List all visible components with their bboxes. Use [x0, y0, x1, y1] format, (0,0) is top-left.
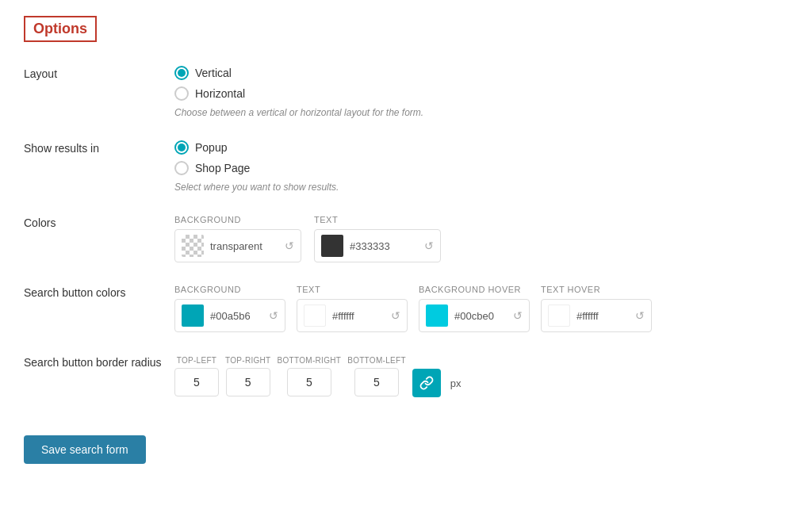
search-btn-colors-content: BACKGROUND #00a5b6 ↺ TEXT #ffffff ↺	[174, 285, 788, 332]
layout-section: Layout Vertical Horizontal Choose betwee…	[24, 66, 788, 118]
btn-bg-input[interactable]: #00a5b6 ↺	[174, 299, 285, 332]
radius-top-left-label: TOP-LEFT	[177, 356, 217, 365]
search-btn-colors-row: BACKGROUND #00a5b6 ↺ TEXT #ffffff ↺	[174, 285, 788, 332]
show-results-popup-label: Popup	[195, 141, 227, 154]
btn-text-input[interactable]: #ffffff ↺	[297, 299, 408, 332]
layout-vertical-option[interactable]: Vertical	[174, 66, 788, 80]
save-search-form-button[interactable]: Save search form	[24, 435, 146, 464]
show-results-popup-option[interactable]: Popup	[174, 140, 788, 155]
radius-bottom-right-label: BOTTOM-RIGHT	[278, 356, 342, 365]
link-icon	[419, 376, 434, 390]
btn-text-group: TEXT #ffffff ↺	[297, 285, 408, 332]
show-results-content: Popup Shop Page Select where you want to…	[174, 140, 788, 193]
colors-text-group: TEXT #333333 ↺	[314, 215, 441, 262]
btn-text-label: TEXT	[297, 285, 408, 294]
radius-bottom-right-group: BOTTOM-RIGHT	[278, 356, 342, 396]
colors-background-reset-icon[interactable]: ↺	[285, 239, 294, 252]
colors-background-value: transparent	[210, 240, 278, 252]
options-page: Options Layout Vertical Horizontal Choos…	[0, 0, 812, 517]
show-results-radio-group: Popup Shop Page	[174, 140, 788, 175]
layout-vertical-radio[interactable]	[174, 66, 189, 80]
btn-text-value: #ffffff	[332, 310, 385, 322]
colors-text-value: #333333	[350, 240, 418, 252]
colors-text-input[interactable]: #333333 ↺	[314, 229, 441, 262]
btn-bg-hover-label: BACKGROUND HOVER	[419, 285, 530, 294]
layout-helper: Choose between a vertical or horizontal …	[174, 107, 788, 118]
layout-content: Vertical Horizontal Choose between a ver…	[174, 66, 788, 118]
btn-bg-swatch	[182, 304, 204, 327]
radius-bottom-left-label: BOTTOM-LEFT	[347, 356, 406, 365]
show-results-shoppage-option[interactable]: Shop Page	[174, 161, 788, 175]
show-results-helper: Select where you want to show results.	[174, 182, 788, 193]
colors-content: BACKGROUND transparent ↺ TEXT #333333 ↺	[174, 215, 788, 262]
radius-bottom-left-group: BOTTOM-LEFT	[347, 356, 406, 396]
link-corners-button[interactable]	[412, 369, 441, 397]
btn-bg-label: BACKGROUND	[174, 285, 285, 294]
radius-bottom-right-input[interactable]	[287, 368, 331, 396]
colors-text-label: TEXT	[314, 215, 441, 224]
btn-bg-hover-swatch	[426, 304, 448, 327]
colors-section: Colors BACKGROUND transparent ↺ TEXT	[24, 215, 788, 262]
layout-vertical-label: Vertical	[195, 67, 232, 79]
btn-bg-hover-input[interactable]: #00cbe0 ↺	[419, 299, 530, 332]
search-btn-colors-section: Search button colors BACKGROUND #00a5b6 …	[24, 285, 788, 332]
show-results-popup-radio[interactable]	[174, 140, 189, 155]
search-btn-colors-label: Search button colors	[24, 285, 174, 299]
colors-text-reset-icon[interactable]: ↺	[424, 239, 434, 252]
btn-bg-hover-group: BACKGROUND HOVER #00cbe0 ↺	[419, 285, 530, 332]
btn-bg-group: BACKGROUND #00a5b6 ↺	[174, 285, 285, 332]
radius-top-left-input[interactable]	[174, 368, 219, 396]
show-results-shoppage-label: Shop Page	[195, 162, 250, 174]
colors-row: BACKGROUND transparent ↺ TEXT #333333 ↺	[174, 215, 788, 262]
px-label: px	[450, 377, 462, 389]
radius-top-right-input[interactable]	[226, 368, 270, 396]
border-radius-section: Search button border radius TOP-LEFT TOP…	[24, 354, 788, 397]
btn-bg-hover-reset-icon[interactable]: ↺	[513, 309, 523, 322]
border-radius-content: TOP-LEFT TOP-RIGHT BOTTOM-RIGHT BOTTOM-L…	[174, 354, 788, 397]
layout-horizontal-option[interactable]: Horizontal	[174, 86, 788, 101]
layout-horizontal-radio[interactable]	[174, 86, 189, 101]
layout-label: Layout	[24, 66, 174, 80]
radius-top-right-group: TOP-RIGHT	[225, 356, 271, 396]
colors-background-label: BACKGROUND	[174, 215, 301, 224]
btn-text-hover-input[interactable]: #ffffff ↺	[541, 299, 652, 332]
layout-radio-group: Vertical Horizontal	[174, 66, 788, 101]
btn-bg-reset-icon[interactable]: ↺	[269, 309, 278, 322]
show-results-shoppage-radio[interactable]	[174, 161, 189, 175]
layout-horizontal-label: Horizontal	[195, 87, 245, 100]
border-radius-row: TOP-LEFT TOP-RIGHT BOTTOM-RIGHT BOTTOM-L…	[174, 354, 788, 397]
colors-background-input[interactable]: transparent ↺	[174, 229, 301, 262]
btn-text-hover-group: TEXT HOVER #ffffff ↺	[541, 285, 652, 332]
radius-top-left-group: TOP-LEFT	[174, 356, 219, 396]
page-title: Options	[24, 16, 97, 42]
btn-text-hover-reset-icon[interactable]: ↺	[635, 309, 645, 322]
show-results-label: Show results in	[24, 140, 174, 155]
radius-top-right-label: TOP-RIGHT	[225, 356, 271, 365]
show-results-section: Show results in Popup Shop Page Select w…	[24, 140, 788, 193]
btn-text-hover-label: TEXT HOVER	[541, 285, 652, 294]
btn-bg-value: #00a5b6	[210, 310, 262, 322]
radius-bottom-left-input[interactable]	[354, 368, 399, 396]
btn-bg-hover-value: #00cbe0	[454, 310, 507, 322]
colors-text-swatch	[321, 235, 343, 257]
btn-text-reset-icon[interactable]: ↺	[391, 309, 400, 322]
btn-text-hover-value: #ffffff	[576, 310, 629, 322]
btn-text-swatch	[304, 304, 326, 327]
btn-text-hover-swatch	[548, 304, 570, 327]
border-radius-label: Search button border radius	[24, 354, 174, 369]
colors-background-swatch	[182, 235, 204, 257]
colors-background-group: BACKGROUND transparent ↺	[174, 215, 301, 262]
colors-label: Colors	[24, 215, 174, 229]
